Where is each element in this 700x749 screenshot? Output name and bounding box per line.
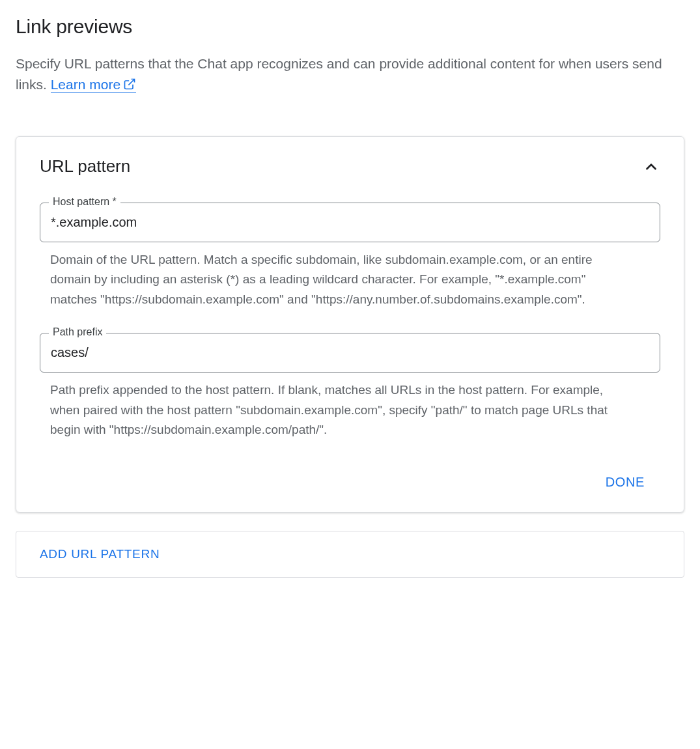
path-prefix-field: Path prefix xyxy=(40,333,660,373)
add-pattern-container: ADD URL PATTERN xyxy=(16,531,684,578)
path-prefix-help: Path prefix appended to the host pattern… xyxy=(50,380,623,440)
learn-more-link[interactable]: Learn more xyxy=(51,77,136,93)
card-header: URL pattern xyxy=(40,156,660,177)
card-title: URL pattern xyxy=(40,156,130,177)
url-pattern-card: URL pattern Host pattern * Domain of the… xyxy=(16,136,684,513)
collapse-toggle[interactable] xyxy=(642,158,660,176)
external-link-icon xyxy=(123,78,136,91)
svg-line-0 xyxy=(128,79,134,85)
learn-more-label: Learn more xyxy=(51,77,120,92)
host-pattern-label: Host pattern * xyxy=(49,196,120,208)
host-pattern-field: Host pattern * xyxy=(40,203,660,242)
path-prefix-label: Path prefix xyxy=(49,326,106,338)
path-prefix-input[interactable] xyxy=(40,333,660,373)
page-title: Link previews xyxy=(16,16,684,38)
card-actions: DONE xyxy=(40,468,660,496)
done-button[interactable]: DONE xyxy=(595,468,655,496)
host-pattern-input[interactable] xyxy=(40,203,660,242)
host-pattern-help: Domain of the URL pattern. Match a speci… xyxy=(50,250,623,309)
add-url-pattern-button[interactable]: ADD URL PATTERN xyxy=(40,547,160,561)
page-description: Specify URL patterns that the Chat app r… xyxy=(16,53,684,94)
chevron-up-icon xyxy=(643,158,660,175)
